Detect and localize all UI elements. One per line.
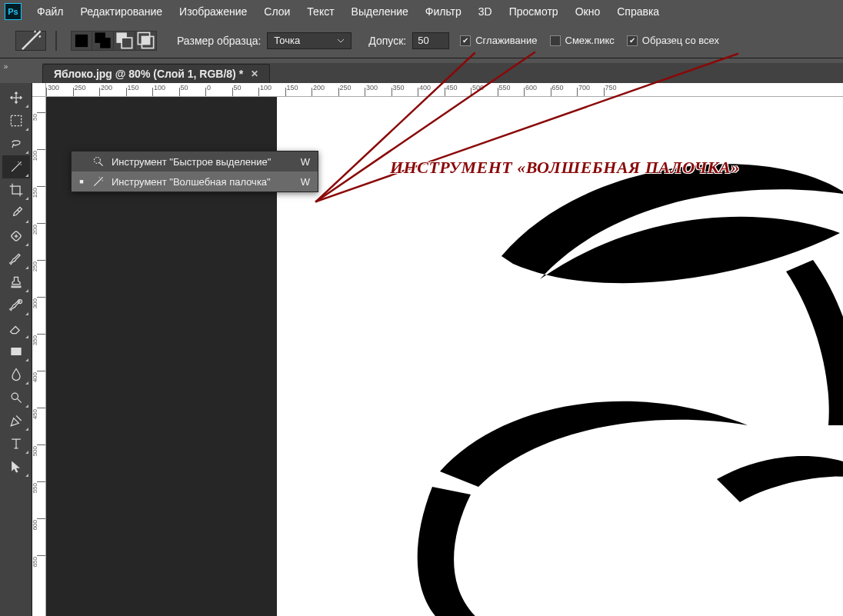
quick-selection-icon bbox=[92, 155, 105, 168]
wand-icon bbox=[16, 26, 45, 55]
selection-subtract-button[interactable] bbox=[114, 31, 135, 51]
svg-rect-8 bbox=[11, 115, 21, 125]
flyout-item-quick-selection[interactable]: Инструмент "Быстрое выделение" W bbox=[72, 152, 318, 171]
all-layers-checkbox[interactable]: Образец со всех bbox=[627, 35, 719, 46]
menu-select[interactable]: Выделение bbox=[344, 2, 416, 21]
flyout-item-magic-wand[interactable]: ■ Инструмент "Волшебная палочка" W bbox=[72, 171, 318, 191]
tool-stamp[interactable] bbox=[2, 271, 30, 294]
canvas-artwork bbox=[386, 148, 843, 616]
selection-add-button[interactable] bbox=[92, 31, 114, 51]
selection-intersect-button[interactable] bbox=[135, 31, 157, 51]
panel-collapse-handle[interactable]: » bbox=[0, 58, 12, 74]
flyout-item-label: Инструмент "Быстрое выделение" bbox=[112, 156, 295, 168]
checkbox-icon bbox=[460, 35, 471, 46]
menu-3d[interactable]: 3D bbox=[471, 2, 500, 21]
menubar: Ps Файл Редактирование Изображение Слои … bbox=[0, 0, 843, 23]
tool-flyout-menu: Инструмент "Быстрое выделение" W ■ Инстр… bbox=[71, 151, 318, 192]
menu-window[interactable]: Окно bbox=[568, 2, 608, 21]
all-layers-label: Образец со всех bbox=[642, 35, 719, 46]
svg-point-12 bbox=[12, 393, 18, 399]
ruler-horizontal[interactable]: 3002502001501005005010015020025030035040… bbox=[46, 83, 843, 97]
contiguous-label: Смеж.пикс bbox=[565, 35, 615, 46]
app-logo: Ps bbox=[5, 3, 22, 20]
checkbox-icon bbox=[627, 35, 638, 46]
menu-edit[interactable]: Редактирование bbox=[72, 2, 170, 21]
menu-layers[interactable]: Слои bbox=[256, 2, 298, 21]
canvas-area[interactable]: 3002502001501005005010015020025030035040… bbox=[32, 83, 843, 616]
tool-gradient[interactable] bbox=[2, 340, 30, 363]
tool-brush[interactable] bbox=[2, 248, 30, 271]
close-icon[interactable]: ✕ bbox=[251, 68, 258, 79]
flyout-item-shortcut: W bbox=[301, 176, 310, 188]
antialias-checkbox[interactable]: Сглаживание bbox=[460, 35, 537, 46]
svg-rect-0 bbox=[75, 34, 88, 46]
sample-size-label: Размер образца: bbox=[177, 35, 261, 47]
menu-filter[interactable]: Фильтр bbox=[418, 2, 469, 21]
antialias-label: Сглаживание bbox=[475, 35, 537, 46]
menu-view[interactable]: Просмотр bbox=[501, 2, 566, 21]
menu-image[interactable]: Изображение bbox=[172, 2, 255, 21]
selection-mode-group bbox=[71, 31, 157, 51]
tool-magic-wand[interactable] bbox=[2, 155, 30, 178]
svg-rect-7 bbox=[142, 36, 149, 44]
svg-rect-2 bbox=[100, 38, 111, 48]
divider bbox=[55, 31, 57, 51]
tool-type[interactable] bbox=[2, 432, 30, 455]
flyout-item-label: Инструмент "Волшебная палочка" bbox=[112, 176, 295, 188]
tool-marquee[interactable] bbox=[2, 109, 30, 132]
current-tool-preset[interactable] bbox=[15, 31, 46, 51]
chevron-down-icon bbox=[337, 37, 345, 45]
tool-eyedropper[interactable] bbox=[2, 201, 30, 225]
selection-new-button[interactable] bbox=[71, 31, 92, 51]
document-tab-title: Яблоко.jpg @ 80% (Слой 1, RGB/8) * bbox=[54, 68, 243, 80]
sample-size-select[interactable]: Точка bbox=[267, 32, 352, 49]
tool-path-select[interactable] bbox=[2, 455, 30, 478]
flyout-item-shortcut: W bbox=[301, 156, 310, 168]
ruler-origin[interactable] bbox=[32, 83, 46, 97]
tool-pen[interactable] bbox=[2, 409, 30, 432]
svg-rect-4 bbox=[122, 38, 132, 48]
workspace: 3002502001501005005010015020025030035040… bbox=[0, 83, 843, 616]
menu-text[interactable]: Текст bbox=[299, 2, 342, 21]
svg-rect-11 bbox=[11, 348, 21, 355]
tolerance-input[interactable] bbox=[412, 32, 449, 49]
tool-move[interactable] bbox=[2, 86, 30, 109]
menu-file[interactable]: Файл bbox=[29, 2, 71, 21]
checkbox-icon bbox=[550, 35, 561, 46]
tool-lasso[interactable] bbox=[2, 132, 30, 155]
tool-crop[interactable] bbox=[2, 178, 30, 201]
tolerance-label: Допуск: bbox=[368, 35, 406, 47]
options-bar: Размер образца: Точка Допуск: Сглаживани… bbox=[0, 23, 843, 58]
sample-size-value: Точка bbox=[274, 35, 300, 46]
document-tab-bar: Яблоко.jpg @ 80% (Слой 1, RGB/8) * ✕ bbox=[42, 63, 843, 83]
menu-help[interactable]: Справка bbox=[609, 2, 667, 21]
tool-healing[interactable] bbox=[2, 225, 30, 248]
flyout-active-indicator: ■ bbox=[78, 178, 85, 185]
ruler-vertical[interactable]: 50100150200250300350400450500550600650 bbox=[32, 97, 46, 616]
tool-eraser[interactable] bbox=[2, 317, 30, 340]
tool-blur[interactable] bbox=[2, 363, 30, 386]
tool-history-brush[interactable] bbox=[2, 294, 30, 317]
contiguous-checkbox[interactable]: Смеж.пикс bbox=[550, 35, 615, 46]
document-tab[interactable]: Яблоко.jpg @ 80% (Слой 1, RGB/8) * ✕ bbox=[42, 64, 270, 83]
wand-icon bbox=[92, 175, 105, 188]
tool-dodge[interactable] bbox=[2, 386, 30, 409]
toolbox bbox=[0, 83, 32, 616]
